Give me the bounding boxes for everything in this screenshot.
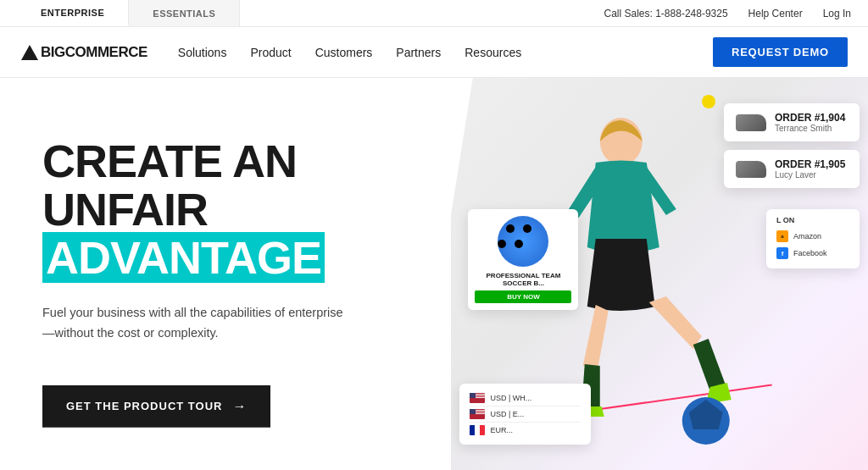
logo-icon — [20, 43, 39, 62]
hero-subtext: Fuel your business with all the capabili… — [42, 303, 398, 342]
flag-us-icon — [470, 393, 485, 403]
order-info-2: ORDER #1,905 Lucy Laver — [775, 158, 845, 180]
nav-resources[interactable]: Resources — [465, 46, 521, 59]
main-nav: BIGCOMMERCE Solutions Product Customers … — [0, 27, 868, 78]
arrow-right-icon: → — [232, 399, 247, 414]
nav-left: BIGCOMMERCE Solutions Product Customers … — [20, 43, 521, 62]
channel-currency-1: USD | WH... — [490, 394, 531, 402]
tab-essentials[interactable]: ESSENTIALS — [129, 0, 240, 26]
product-card: PROFESSIONAL TEAM SOCCER B... BUY NOW — [468, 209, 578, 310]
channel-currency-2: USD | E... — [490, 410, 524, 418]
log-in-link[interactable]: Log In — [823, 8, 851, 19]
product-title: PROFESSIONAL TEAM SOCCER B... — [475, 272, 571, 287]
product-tour-label: GET THE PRODUCT TOUR — [66, 400, 222, 412]
help-center-link[interactable]: Help Center — [748, 8, 803, 19]
nav-links: Solutions Product Customers Partners Res… — [178, 46, 521, 59]
yellow-dot-accent — [702, 95, 715, 108]
nav-customers[interactable]: Customers — [315, 46, 373, 59]
plan-tabs: ENTERPRISE ESSENTIALS — [17, 0, 240, 26]
order-name-2: Lucy Laver — [775, 170, 845, 180]
channel-card: USD | WH... USD | E... EUR... — [459, 384, 591, 445]
order-number-1: ORDER #1,904 — [775, 112, 845, 124]
hero-visual: ORDER #1,904 Terrance Smith ORDER #1,905… — [451, 78, 868, 470]
amazon-icon: a — [776, 230, 788, 242]
channel-row-3: EUR... — [470, 423, 581, 438]
logo-text: BIGCOMMERCE — [41, 44, 147, 61]
sell-on-label: L ON — [776, 216, 849, 224]
nav-product[interactable]: Product — [250, 46, 291, 59]
request-demo-button[interactable]: REQUEST DEMO — [713, 37, 848, 67]
svg-marker-0 — [21, 45, 38, 60]
facebook-row: f Facebook — [776, 245, 849, 262]
flag-us-icon-2 — [470, 409, 485, 419]
facebook-label: Facebook — [793, 249, 827, 257]
channel-row-1: USD | WH... — [470, 390, 581, 406]
logo[interactable]: BIGCOMMERCE — [20, 43, 147, 62]
amazon-row: a Amazon — [776, 228, 849, 245]
shoe-icon — [736, 114, 766, 131]
headline-line2: UNFAIR — [42, 184, 208, 235]
order-name-1: Terrance Smith — [775, 124, 845, 133]
order-info-1: ORDER #1,904 Terrance Smith — [775, 112, 845, 133]
order-number-2: ORDER #1,905 — [775, 158, 845, 170]
call-sales-text: Call Sales: 1-888-248-9325 — [604, 8, 728, 19]
facebook-icon: f — [776, 247, 788, 259]
social-card: L ON a Amazon f Facebook — [766, 209, 860, 268]
order-card-2: ORDER #1,905 Lucy Laver — [724, 150, 860, 188]
nav-solutions[interactable]: Solutions — [178, 46, 227, 59]
nav-partners[interactable]: Partners — [396, 46, 441, 59]
top-bar-right: Call Sales: 1-888-248-9325 Help Center L… — [604, 8, 852, 19]
flag-fr-icon — [470, 425, 485, 435]
hero-headline: CREATE AN UNFAIR ADVANTAGE — [42, 137, 409, 281]
hero-content: CREATE AN UNFAIR ADVANTAGE Fuel your bus… — [0, 78, 451, 470]
hero-section: CREATE AN UNFAIR ADVANTAGE Fuel your bus… — [0, 78, 868, 470]
tab-enterprise[interactable]: ENTERPRISE — [17, 0, 129, 26]
channel-currency-3: EUR... — [490, 426, 513, 434]
channel-row-2: USD | E... — [470, 406, 581, 423]
buy-now-button[interactable]: BUY NOW — [475, 290, 571, 303]
amazon-label: Amazon — [793, 232, 821, 241]
product-image — [498, 216, 548, 267]
headline-line1: CREATE AN — [42, 135, 297, 186]
headline-highlight: ADVANTAGE — [42, 232, 325, 283]
order-card-1: ORDER #1,904 Terrance Smith — [724, 103, 860, 141]
shoe-icon-2 — [736, 161, 766, 178]
product-tour-button[interactable]: GET THE PRODUCT TOUR → — [42, 385, 270, 428]
top-bar: ENTERPRISE ESSENTIALS Call Sales: 1-888-… — [0, 0, 868, 27]
